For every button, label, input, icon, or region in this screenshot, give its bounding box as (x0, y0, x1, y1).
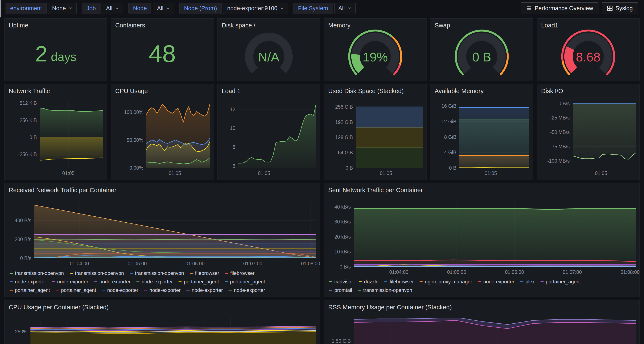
panel-title[interactable]: Load 1 (222, 87, 316, 95)
panel-title[interactable]: Load1 (541, 21, 636, 29)
legend-swatch (186, 290, 190, 291)
panel-title[interactable]: Uptime (9, 21, 103, 29)
variable-value-dropdown[interactable]: All (102, 3, 123, 14)
legend-item[interactable]: plex (520, 279, 534, 285)
panel-title[interactable]: CPU Usage (115, 87, 210, 95)
panel-network-traffic: Network Traffic 512 KiB256 KiB0 B-256 Ki… (4, 84, 107, 180)
legend-item[interactable]: transmission-openvpn (130, 270, 184, 276)
legend-item[interactable]: filebrowser (225, 270, 254, 276)
time-series-plot[interactable]: 121086 (238, 100, 316, 168)
legend-item[interactable]: portainer_agent (178, 279, 219, 285)
panel-title[interactable]: Memory (328, 21, 423, 29)
legend-swatch (478, 281, 481, 282)
variable-environment: environmentNone (6, 3, 77, 14)
legend-item[interactable]: portainer_agent (56, 287, 96, 293)
y-tick-label: 0 B/s (340, 264, 351, 270)
panel-title[interactable]: Containers (115, 21, 210, 29)
legend-item[interactable]: filebrowser (384, 279, 414, 285)
panel-title[interactable]: Network Traffic (9, 87, 103, 95)
x-axis: 01:04:0001:05:0001:06:0001:07:0001:08:00 (34, 258, 316, 268)
dashboard-link-syslog[interactable]: Syslog (602, 2, 638, 14)
variable-value-dropdown[interactable]: None (48, 3, 77, 14)
dashboard-link-performance-overview[interactable]: Performance Overview (521, 2, 598, 14)
x-tick-label: 01:06:00 (186, 261, 205, 267)
panel-title[interactable]: Available Memory (435, 87, 529, 95)
time-series-plot[interactable]: 16 GiB12 GiB8 GiB4 GiB0 B (459, 100, 529, 168)
legend-item[interactable]: transmission-openvpn (10, 270, 64, 276)
variable-value-dropdown[interactable]: All (334, 3, 356, 14)
variable-label[interactable]: Node (Prom) (179, 3, 222, 14)
variable-label[interactable]: File System (293, 3, 333, 14)
panel-title[interactable]: Sent Network Traffic per Container (328, 186, 636, 194)
y-tick-label: 6 (232, 163, 235, 169)
legend-label: transmission-openvpn (15, 270, 64, 276)
time-series-plot[interactable]: 256 GiB192 GiB128 GiB64 GiB0 B (356, 100, 423, 168)
x-tick-label: 01:05 (595, 171, 607, 176)
x-tick-label: 01:05 (169, 171, 181, 176)
legend-label: portainer_agent (184, 279, 219, 285)
y-tick-label: -256 KiB (18, 152, 37, 157)
time-series-plot[interactable]: 40 kB/s30 kB/s20 kB/s10 kB/s0 B/s (354, 201, 636, 267)
panel-title[interactable]: Disk I/O (541, 87, 636, 95)
legend-swatch (56, 290, 59, 291)
time-series-plot[interactable]: 0 B/s-25 MB/s-50 MB/s-75 MB/s-100 MB/s (573, 100, 636, 168)
legend-item[interactable]: node-exporter (478, 279, 514, 285)
legend-item[interactable]: node-exporter (144, 287, 180, 293)
variable-label[interactable]: Job (82, 3, 100, 14)
legend-item[interactable]: portainer_agent (10, 287, 50, 293)
panel-title[interactable]: CPU Usage per Container (Stacked) (9, 303, 316, 311)
chevron-down-icon (115, 6, 119, 10)
legend-item[interactable]: cadvisor (329, 279, 353, 285)
panel-title[interactable]: RSS Memory Usage per Container (Stacked) (328, 303, 636, 311)
variable-value-dropdown[interactable]: node-exporter:9100 (223, 3, 288, 14)
y-tick-label: 250% (15, 329, 28, 335)
legend-swatch (10, 273, 13, 274)
legend-swatch (10, 290, 13, 291)
time-series-plot[interactable]: 512 KiB256 KiB0 B-256 KiB (40, 100, 103, 168)
uptime-value: 2 (35, 43, 48, 65)
legend-item[interactable]: portainer_agent (540, 279, 581, 285)
legend-item[interactable]: transmission-openvpn (358, 287, 412, 293)
legend-swatch (10, 281, 13, 282)
legend-row: promtailtransmission-openvpn (329, 287, 636, 293)
panel-load-1: Load 1 12108601:05 (217, 84, 320, 180)
x-tick-label: 01:07:00 (563, 269, 582, 275)
y-tick-label: 0 B (449, 165, 456, 171)
panel-title[interactable]: Received Network Traffic per Container (9, 186, 316, 194)
legend-item[interactable]: dozzle (359, 279, 379, 285)
panel-title[interactable]: Disk space / (222, 21, 316, 29)
legend-item[interactable]: portainer_agent (225, 279, 265, 285)
legend-item[interactable]: node-exporter (10, 279, 46, 285)
legend-item[interactable]: promtail (329, 287, 352, 293)
x-tick-label: 01:06:00 (505, 269, 524, 275)
time-series-plot[interactable]: 100.00%50.00%0.00% (146, 100, 210, 168)
legend-item[interactable]: filebrowser (190, 270, 219, 276)
legend-label: portainer_agent (230, 279, 265, 285)
variable-label[interactable]: environment (6, 3, 47, 14)
legend-item[interactable]: node-exporter (52, 279, 88, 285)
y-tick-label: 192 GiB (335, 119, 353, 125)
per-container-row: Received Network Traffic per Container 4… (4, 183, 640, 297)
legend-item[interactable]: node-exporter (186, 287, 223, 293)
x-axis: 01:05 (573, 168, 636, 177)
panel-title[interactable]: Swap (435, 21, 529, 29)
legend-row: portainer_agentportainer_agentnode-expor… (10, 287, 316, 293)
legend-label: nginx-proxy-manager (425, 279, 472, 285)
legend-item[interactable]: node-exporter (228, 287, 265, 293)
containers-value: 48 (149, 42, 176, 66)
x-tick-label: 01:05 (380, 171, 392, 176)
time-series-plot[interactable]: 250%200%150%100%50% (30, 318, 316, 344)
x-axis: 01:05 (40, 168, 103, 177)
y-tick-label: 1.50 GiB (332, 338, 351, 344)
legend-item[interactable]: node-exporter (102, 287, 138, 293)
legend-item[interactable]: nginx-proxy-manager (420, 279, 472, 285)
variable-label[interactable]: Node (128, 3, 152, 14)
time-series-plot[interactable]: 400 B/s200 B/s0 B/s (34, 201, 316, 258)
legend-item[interactable]: node-exporter (94, 279, 130, 285)
legend-item[interactable]: node-exporter (136, 279, 173, 285)
panel-title[interactable]: Used Disk Space (Stacked) (328, 87, 423, 95)
time-series-plot[interactable]: 1.50 GiB1 GiB512 MiB (354, 318, 636, 344)
legend-item[interactable]: transmission-openvpn (70, 270, 124, 276)
y-tick-label: 8 GiB (444, 134, 456, 140)
variable-value-dropdown[interactable]: All (153, 3, 174, 14)
